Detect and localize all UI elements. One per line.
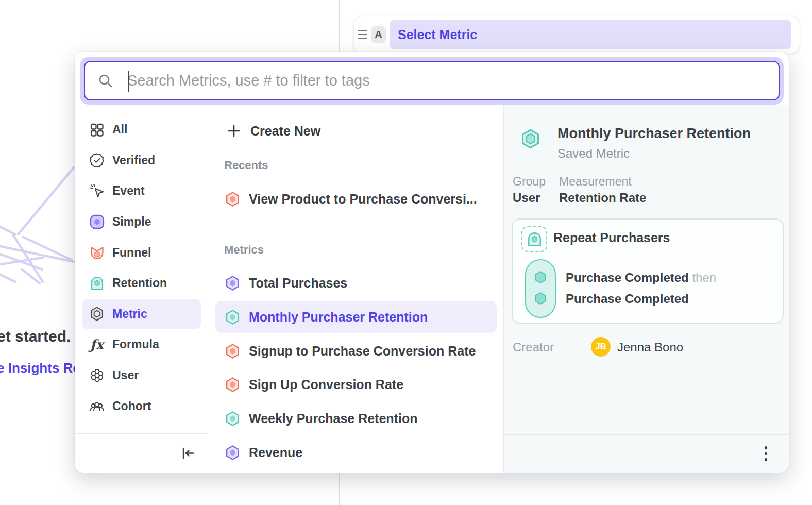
definition-card: Repeat Purchasers Purchase Completed the…	[512, 218, 784, 324]
metric-row[interactable]: Weekly Purchase Retention	[215, 402, 497, 434]
retention-arch-icon	[89, 276, 105, 291]
retention-metric-hexagon-icon	[225, 309, 241, 325]
search-input[interactable]	[127, 72, 746, 89]
metric-picker-modal: All Verified	[75, 52, 789, 473]
funnel-metric-hexagon-icon	[225, 377, 241, 393]
collapse-sidebar-icon[interactable]	[180, 446, 195, 461]
sidebar-item-all[interactable]: All	[82, 114, 201, 145]
metric-hexagon-icon	[89, 306, 105, 322]
verified-badge-icon	[89, 153, 105, 168]
detail-type: Saved Metric	[557, 146, 630, 161]
metric-row[interactable]: Sign Up Conversion Rate	[215, 368, 497, 400]
detail-title: Monthly Purchaser Retention	[557, 126, 751, 142]
creator-name: Jenna Bono	[617, 340, 683, 355]
metric-row[interactable]: Revenue	[215, 436, 497, 468]
cohort-people-icon	[89, 398, 105, 414]
funnel-metric-hexagon-icon	[225, 191, 241, 207]
funnel-icon	[89, 245, 105, 260]
event-metric-hexagon-icon	[225, 445, 241, 461]
definition-step-1: Purchase Completed then	[566, 271, 716, 285]
step-hexagon-icon	[534, 292, 547, 305]
plus-icon	[227, 124, 241, 138]
measurement-label: Measurement	[559, 175, 632, 189]
detail-footer	[504, 434, 789, 473]
select-metric-label: Select Metric	[398, 27, 477, 42]
search-focus-ring	[80, 57, 784, 105]
sidebar-footer	[75, 433, 208, 473]
funnel-metric-hexagon-icon	[225, 343, 241, 359]
metrics-section-title: Metrics	[224, 243, 264, 257]
cursor-click-icon	[89, 183, 105, 199]
definition-step-2: Purchase Completed	[566, 292, 689, 306]
formula-fx-icon: ƒx	[89, 337, 105, 352]
event-metric-hexagon-icon	[225, 275, 241, 291]
more-options-icon[interactable]	[762, 443, 771, 464]
cohort-definition-icon	[521, 226, 547, 252]
step-hexagon-icon	[534, 271, 547, 284]
text-caret	[128, 71, 129, 92]
metric-query-bar: A Select Metric	[353, 16, 800, 53]
background-headline: et started.	[0, 328, 71, 345]
sidebar-item-retention[interactable]: Retention	[82, 268, 201, 299]
sidebar-item-formula[interactable]: ƒx Formula	[82, 329, 201, 360]
search-box[interactable]	[84, 61, 780, 100]
retention-metric-hexagon-icon	[225, 411, 241, 427]
definition-title: Repeat Purchasers	[553, 230, 670, 245]
group-label: Group	[513, 175, 546, 189]
recent-item[interactable]: View Product to Purchase Conversi...	[215, 183, 497, 215]
drag-handle-icon[interactable]	[358, 30, 367, 39]
decorative-sketch-lines	[0, 144, 82, 294]
sidebar-item-metric[interactable]: Metric	[82, 299, 201, 330]
sidebar-item-event[interactable]: Event	[82, 176, 201, 207]
recents-section-title: Recents	[224, 159, 268, 172]
measurement-value: Retention Rate	[559, 191, 646, 205]
create-new-button[interactable]: Create New	[227, 117, 320, 144]
metric-detail-panel: Monthly Purchaser Retention Saved Metric…	[504, 105, 789, 473]
select-metric-button[interactable]: Select Metric	[390, 20, 791, 49]
metric-row-selected[interactable]: Monthly Purchaser Retention	[215, 301, 497, 333]
sidebar-item-simple[interactable]: Simple	[82, 207, 201, 238]
simple-metric-icon	[89, 214, 105, 230]
saved-metric-hexagon-icon	[520, 128, 541, 149]
group-value: User	[513, 191, 540, 205]
creator-avatar: JB	[591, 337, 611, 357]
screen: et started. e Insights Re A Select Metri…	[0, 0, 812, 505]
type-filter-sidebar: All Verified	[75, 105, 208, 473]
background-insights-link[interactable]: e Insights Re	[0, 360, 80, 376]
metric-row[interactable]: Total Purchases	[215, 267, 497, 299]
event-sequence-capsule	[525, 259, 556, 318]
user-cluster-icon	[89, 368, 105, 383]
sidebar-item-cohort[interactable]: Cohort	[82, 391, 201, 422]
creator-label: Creator	[513, 340, 554, 355]
section-divider	[215, 225, 497, 225]
sidebar-item-user[interactable]: User	[82, 360, 201, 391]
metric-row[interactable]: Signup to Purchase Conversion Rate	[215, 335, 497, 367]
sidebar-item-verified[interactable]: Verified	[82, 145, 201, 176]
metric-list-column: Create New Recents View Product to Purch…	[208, 105, 504, 473]
step-connector: then	[692, 271, 716, 284]
series-a-badge: A	[371, 26, 386, 43]
grid-icon	[89, 122, 105, 138]
sidebar-item-funnel[interactable]: Funnel	[82, 237, 201, 268]
search-icon	[97, 73, 114, 89]
